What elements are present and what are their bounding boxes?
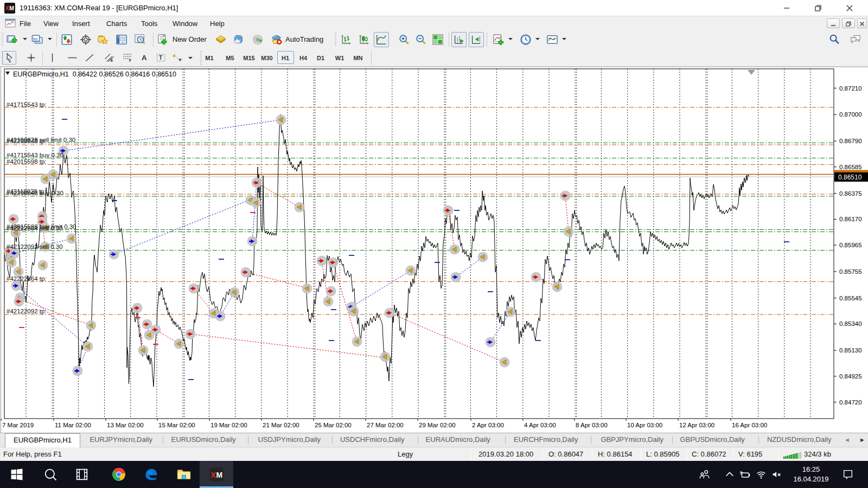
text-tool[interactable]: A [137, 51, 151, 65]
window-minimize-button[interactable] [774, 0, 799, 16]
new-order-button[interactable] [155, 32, 170, 47]
navigator-button[interactable] [95, 32, 111, 47]
taskbar-start-button[interactable] [0, 461, 34, 488]
zoom-out-button[interactable] [413, 32, 429, 47]
arrows-dropdown[interactable] [188, 57, 193, 59]
channel-tool[interactable]: E [102, 51, 116, 65]
chart-tab-EURGBPmicro[interactable]: EURGBPmicro,H1 [5, 433, 80, 447]
chrome-icon[interactable] [111, 467, 126, 482]
chart-tab-GBPJPYmicro[interactable]: GBPJPYmicro,Daily [592, 433, 672, 447]
taskbar-task-search-button[interactable] [34, 461, 67, 488]
chart-tab-USDJPYmicro[interactable]: USDJPYmicro,Daily [250, 433, 329, 447]
new-chart-button[interactable] [5, 32, 20, 47]
edge-icon[interactable] [144, 467, 159, 482]
cursor-tool[interactable] [2, 51, 16, 65]
terminal-button[interactable] [114, 32, 129, 47]
profiles-dropdown[interactable] [48, 38, 52, 40]
chart-tab-EURCHFmicro[interactable]: EURCHFmicro,Daily [506, 433, 585, 447]
strategy-tester-button[interactable] [132, 32, 148, 47]
chart-area[interactable]: #41715543 tp:#42190828 sell limit 0.30#4… [0, 67, 868, 433]
tray-volume-muted-icon[interactable] [771, 468, 783, 480]
tile-windows-button[interactable] [430, 32, 445, 47]
child-minimize-button[interactable] [827, 18, 840, 28]
zoom-in-button[interactable] [397, 32, 412, 47]
auto-scroll-button[interactable] [451, 32, 467, 47]
fibonacci-tool[interactable]: F [120, 51, 135, 65]
timeframe-H4[interactable]: H4 [295, 51, 312, 64]
window-restore-button[interactable] [806, 0, 831, 16]
candlestick-chart-button[interactable] [356, 32, 372, 47]
chart-tab-NZDUSDmicro[interactable]: NZDUSDmicro,Daily [760, 433, 839, 447]
new-order-label[interactable]: New Order [173, 35, 207, 43]
tray-battery-icon[interactable] [739, 468, 751, 480]
bar-chart-button[interactable] [339, 32, 354, 47]
indicators-dropdown[interactable] [508, 38, 513, 40]
trendline-tool[interactable] [82, 51, 97, 65]
taskbar-clock[interactable]: 16:2516.04.2019 [789, 465, 833, 484]
start-icon[interactable] [9, 467, 24, 482]
line-chart-button[interactable] [374, 32, 389, 47]
timeframe-M1[interactable]: M1 [201, 51, 218, 64]
menu-charts[interactable]: Charts [103, 18, 130, 29]
new-chart-dropdown[interactable] [23, 38, 27, 40]
chart-tab-EURAUDmicro[interactable]: EURAUDmicro,Daily [418, 433, 497, 447]
vline-tool[interactable] [45, 51, 59, 65]
expert-advisors-button[interactable] [250, 32, 265, 47]
timeframe-H1[interactable]: H1 [277, 51, 294, 64]
search-icon[interactable] [827, 32, 842, 47]
timeframe-W1[interactable]: W1 [331, 51, 348, 64]
profiles-button[interactable] [30, 32, 45, 47]
indicators-button[interactable] [491, 32, 506, 47]
menu-tools[interactable]: Tools [138, 18, 161, 29]
xm-icon[interactable]: XM [209, 467, 224, 482]
menu-window[interactable]: Window [169, 18, 201, 29]
text-label-tool[interactable]: T [154, 51, 168, 65]
periods-button[interactable] [518, 32, 533, 47]
chart-shift-button[interactable] [469, 32, 484, 47]
timeframe-D1[interactable]: D1 [312, 51, 329, 64]
task-view-icon[interactable] [74, 467, 90, 482]
arrows-tool[interactable] [170, 51, 184, 65]
chart-tab-USDCHFmicro[interactable]: USDCHFmicro,Daily [333, 433, 412, 447]
taskbar-explorer-button[interactable] [167, 461, 201, 488]
taskbar-task-view-button[interactable] [65, 461, 99, 488]
tab-scroll-left-icon[interactable]: ◄ [844, 436, 850, 443]
market-watch-button[interactable] [59, 32, 74, 47]
menu-file[interactable]: File [16, 18, 34, 29]
metaeditor-button[interactable] [213, 32, 228, 47]
tray-notifications-icon[interactable] [842, 468, 854, 480]
chart-tab-EURJPYmicro[interactable]: EURJPYmicro,Daily [81, 433, 161, 447]
menu-insert[interactable]: Insert [69, 18, 93, 29]
chat-icon[interactable] [848, 32, 863, 47]
menu-help[interactable]: Help [207, 18, 228, 29]
toolbar-grip[interactable] [2, 33, 3, 47]
hline-tool[interactable] [65, 51, 79, 65]
timeframe-M5[interactable]: M5 [222, 51, 239, 64]
taskbar-edge-button[interactable] [135, 461, 168, 488]
tray-people-icon[interactable] [699, 468, 711, 480]
tray-wifi-icon[interactable] [755, 468, 767, 480]
tray-chevron-up-icon[interactable] [724, 468, 736, 480]
explorer-icon[interactable] [176, 467, 192, 482]
toolbar-grip[interactable] [335, 33, 336, 47]
taskbar-xm-button[interactable]: XM [200, 461, 233, 488]
taskbar-chrome-button[interactable] [102, 461, 136, 488]
chart-tab-EURUSDmicro[interactable]: EURUSDmicro,Daily [164, 433, 243, 447]
timeframe-M30[interactable]: M30 [257, 51, 277, 64]
periods-dropdown[interactable] [535, 38, 540, 40]
templates-dropdown[interactable] [562, 38, 566, 40]
child-close-button[interactable] [857, 18, 867, 28]
menu-view[interactable]: View [40, 18, 62, 29]
price-chart[interactable]: #41715543 tp:#42190828 sell limit 0.30#4… [0, 67, 868, 433]
metaquotes-button[interactable] [231, 32, 246, 47]
templates-button[interactable] [545, 32, 560, 47]
task-search-icon[interactable] [43, 467, 58, 482]
tab-scroll-right-icon[interactable]: ► [859, 436, 865, 443]
chart-window-icon[interactable] [5, 18, 16, 29]
crosshair-tool[interactable] [24, 51, 38, 65]
autotrading-button[interactable] [269, 32, 284, 47]
timeframe-M15[interactable]: M15 [239, 51, 259, 64]
child-restore-button[interactable] [842, 18, 855, 28]
data-window-button[interactable] [78, 32, 93, 47]
timeframe-MN[interactable]: MN [350, 51, 367, 64]
